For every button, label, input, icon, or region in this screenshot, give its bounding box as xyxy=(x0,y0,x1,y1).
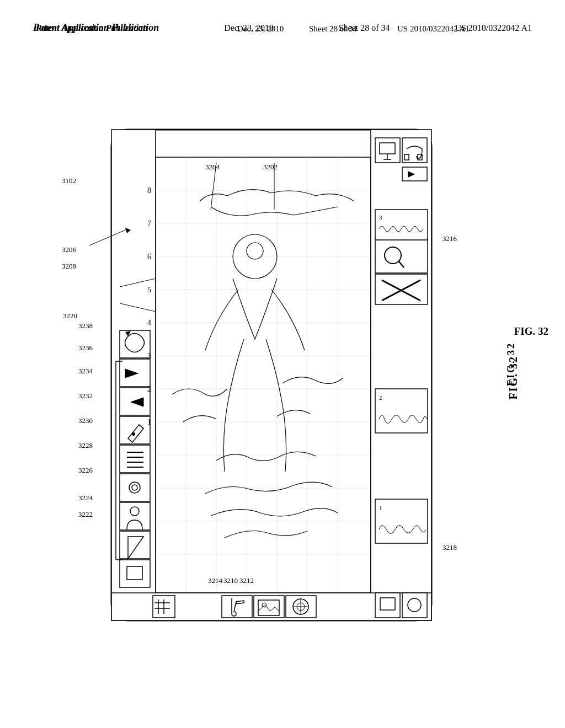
ref-3234: 3234 xyxy=(78,367,93,376)
svg-rect-8 xyxy=(120,474,150,501)
svg-rect-71 xyxy=(375,210,428,240)
ref-3226: 3226 xyxy=(78,466,93,475)
header-date: Dec. 23, 2010 xyxy=(237,24,284,34)
ref-3208: 3208 xyxy=(62,262,76,271)
header-publication-title: Patent Application Publication xyxy=(36,23,148,33)
svg-rect-55 xyxy=(371,130,431,620)
svg-text:4: 4 xyxy=(147,319,151,327)
ref-3204: 3204 xyxy=(205,163,220,172)
svg-rect-25 xyxy=(120,330,150,358)
ref-3214: 3214 xyxy=(208,576,222,585)
ref-3228: 3228 xyxy=(78,441,93,450)
ref-3212: 3212 xyxy=(239,576,254,585)
svg-text:3: 3 xyxy=(147,352,151,360)
ref-3206: 3206 xyxy=(62,245,76,254)
header-sheet: Sheet 28 of 34 xyxy=(309,24,357,34)
svg-rect-2 xyxy=(120,560,150,587)
svg-text:2: 2 xyxy=(147,385,151,393)
fig-label-display: FIG. 32 xyxy=(514,325,548,338)
svg-rect-11 xyxy=(120,445,150,473)
svg-rect-73 xyxy=(375,389,428,433)
ref-3236: 3236 xyxy=(78,344,93,352)
ref-3232: 3232 xyxy=(78,392,93,400)
svg-text:1: 1 xyxy=(379,505,382,511)
ref-3220: 3220 xyxy=(63,312,77,320)
ref-3218: 3218 xyxy=(443,543,457,552)
svg-text:8: 8 xyxy=(147,186,151,195)
ref-3230: 3230 xyxy=(78,416,93,425)
svg-rect-94 xyxy=(402,593,427,618)
svg-text:2: 2 xyxy=(379,394,382,401)
ref-3216: 3216 xyxy=(443,234,457,243)
figure-container: FIG. 32 xyxy=(28,77,537,684)
svg-point-18 xyxy=(132,432,135,436)
svg-rect-63 xyxy=(402,167,427,181)
svg-rect-60 xyxy=(402,138,427,163)
ref-3238: 3238 xyxy=(78,322,93,330)
svg-text:5: 5 xyxy=(147,286,151,294)
patent-drawing: 8 7 6 5 4 3 2 1 xyxy=(62,119,481,643)
ref-3222: 3222 xyxy=(78,510,93,519)
figure-label: FIG. 32 xyxy=(505,342,517,386)
ref-3202: 3202 xyxy=(263,163,278,172)
svg-rect-92 xyxy=(375,593,400,618)
svg-rect-83 xyxy=(222,596,252,618)
svg-text:1: 1 xyxy=(147,418,151,426)
svg-text:3: 3 xyxy=(379,214,382,221)
ref-3102: 3102 xyxy=(62,176,76,185)
svg-rect-26 xyxy=(156,157,371,593)
ref-3224: 3224 xyxy=(78,494,93,502)
ref-3210: 3210 xyxy=(223,576,238,585)
figure-wrapper: FIG. 32 xyxy=(45,91,520,670)
svg-rect-75 xyxy=(375,499,428,543)
svg-rect-4 xyxy=(120,531,150,559)
svg-text:6: 6 xyxy=(147,253,151,261)
header-pub-number: US 2010/0322042 A1 xyxy=(397,24,470,34)
svg-text:7: 7 xyxy=(147,220,151,228)
